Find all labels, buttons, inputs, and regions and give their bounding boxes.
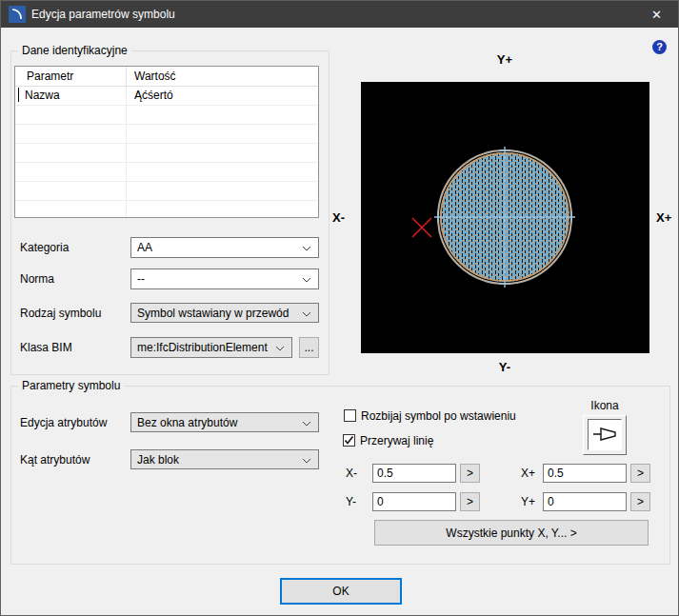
checkmark-icon <box>344 435 354 446</box>
x-plus-label: X+ <box>521 467 535 481</box>
app-logo-icon <box>9 6 26 23</box>
bim-browse-button[interactable]: ... <box>299 337 319 358</box>
norma-label: Norma <box>20 272 54 287</box>
edycja-atrybutow-label: Edycja atrybutów <box>20 416 107 430</box>
table-row-empty[interactable] <box>15 182 318 201</box>
chevron-down-icon <box>302 458 311 464</box>
y-minus-input[interactable] <box>372 492 456 511</box>
table-row-empty[interactable] <box>15 144 318 163</box>
chevron-down-icon <box>302 421 311 427</box>
x-minus-label: X- <box>346 467 357 481</box>
ikona-button[interactable] <box>583 415 627 455</box>
przerywaj-checkbox[interactable] <box>343 434 355 447</box>
edycja-atrybutow-select[interactable]: Bez okna atrybutów <box>130 412 319 432</box>
all-points-button[interactable]: Wszystkie punkty X, Y... > <box>374 520 649 546</box>
table-row-empty[interactable] <box>15 163 318 182</box>
symbol-preview-panel <box>361 82 649 353</box>
kat-atrybutow-select[interactable]: Jak blok <box>130 449 319 469</box>
ok-button[interactable]: OK <box>280 578 402 605</box>
rodzaj-symbolu-select[interactable]: Symbol wstawiany w przewód <box>130 303 319 323</box>
rozbijaj-checkbox[interactable] <box>344 409 356 422</box>
symbol-params-group-label: Parametry symbolu <box>18 379 124 392</box>
chevron-down-icon <box>275 346 285 351</box>
table-row-empty[interactable] <box>15 201 318 218</box>
chevron-down-icon <box>302 277 311 283</box>
table-row-empty[interactable] <box>15 125 318 144</box>
y-minus-label: Y- <box>346 495 356 509</box>
axis-label-y-minus: Y- <box>486 360 524 374</box>
klasa-bim-label: Klasa BIM <box>20 341 72 355</box>
table-header-wartosc: Wartość <box>127 67 318 86</box>
table-header-row: Parametr Wartość <box>15 67 318 87</box>
pennant-flag-icon <box>589 420 621 449</box>
title-bar: Edycja parametrów symbolu ✕ <box>1 1 678 28</box>
symbol-preview-drawing <box>361 82 649 353</box>
table-row-empty[interactable] <box>15 106 318 125</box>
kat-atrybutow-label: Kąt atrybutów <box>20 453 90 467</box>
ikona-label: Ikona <box>583 399 627 413</box>
close-button[interactable]: ✕ <box>635 1 678 28</box>
axis-label-y-plus: Y+ <box>486 52 524 67</box>
edit-symbol-dialog: Edycja parametrów symbolu ✕ Dane identyf… <box>0 0 679 616</box>
y-plus-label: Y+ <box>521 495 535 509</box>
identification-group-label: Dane identyfikacyjne <box>18 44 131 57</box>
window-title: Edycja parametrów symbolu <box>31 1 175 28</box>
table-header-parametr: Parametr <box>15 67 127 86</box>
table-cell-param[interactable]: Nazwa <box>15 87 127 105</box>
x-plus-pick-button[interactable]: > <box>630 464 650 483</box>
chevron-down-icon <box>302 246 311 251</box>
przerywaj-checkbox-label: Przerywaj linię <box>360 434 433 448</box>
insertion-point-x-marker <box>412 218 431 237</box>
rozbijaj-checkbox-label: Rozbijaj symbol po wstawieniu <box>361 409 516 424</box>
x-minus-pick-button[interactable]: > <box>460 464 480 483</box>
ikona-button-face <box>588 419 622 450</box>
x-minus-input[interactable] <box>372 464 456 483</box>
x-plus-input[interactable] <box>543 464 627 483</box>
axis-label-x-plus: X+ <box>656 210 677 225</box>
klasa-bim-select[interactable]: me:IfcDistributionElement <box>130 337 292 358</box>
axis-label-x-minus: X- <box>332 210 351 225</box>
kategoria-select[interactable]: AA <box>130 237 319 258</box>
y-plus-input[interactable] <box>543 492 627 511</box>
close-icon: ✕ <box>651 8 662 22</box>
parameters-table[interactable]: Parametr Wartość Nazwa Ąćśertó <box>14 66 319 218</box>
table-row[interactable]: Nazwa Ąćśertó <box>15 87 318 106</box>
kategoria-label: Kategoria <box>20 241 69 255</box>
text-caret <box>18 88 19 102</box>
y-plus-pick-button[interactable]: > <box>630 492 650 511</box>
y-minus-pick-button[interactable]: > <box>460 492 480 511</box>
rodzaj-symbolu-label: Rodzaj symbolu <box>20 307 101 321</box>
norma-select[interactable]: -- <box>130 268 319 289</box>
table-cell-value[interactable]: Ąćśertó <box>127 87 318 105</box>
chevron-down-icon <box>302 311 311 317</box>
help-icon[interactable]: ? <box>652 40 667 54</box>
